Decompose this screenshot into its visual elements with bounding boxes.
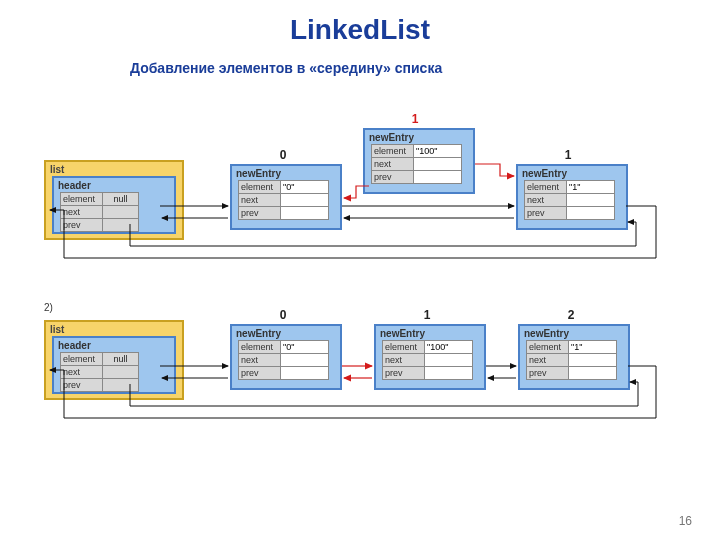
header-label: header <box>54 338 174 353</box>
d1-header-box: header elementnull next prev <box>52 176 176 234</box>
d2-node0-table: element"0" next prev <box>238 340 329 380</box>
field-prev: prev <box>61 219 103 232</box>
d2-node0-box: newEntry element"0" next prev <box>230 324 342 390</box>
page-number: 16 <box>679 514 692 528</box>
entry-label: newEntry <box>518 166 626 181</box>
d1-node0-value: "0" <box>281 181 329 194</box>
d2-node1-table: element"100" next prev <box>382 340 473 380</box>
entry-label: newEntry <box>232 326 340 341</box>
d1-node1-table: element"1" next prev <box>524 180 615 220</box>
d1-insert-table: element"100" next prev <box>371 144 462 184</box>
entry-label: newEntry <box>232 166 340 181</box>
d1-insert-box: newEntry element"100" next prev <box>363 128 475 194</box>
d1-insert-index: 1 <box>395 112 435 126</box>
d2-node2-table: element"1" next prev <box>526 340 617 380</box>
header-label: header <box>54 178 174 193</box>
page-title: LinkedList <box>0 14 720 46</box>
d2-header-box: header elementnull next prev <box>52 336 176 394</box>
d2-node0-index: 0 <box>263 308 303 322</box>
d2-node0-value: "0" <box>281 341 329 354</box>
d2-node2-value: "1" <box>569 341 617 354</box>
d1-node0-box: newEntry element"0" next prev <box>230 164 342 230</box>
d2-header-table: elementnull next prev <box>60 352 139 392</box>
entry-label: newEntry <box>520 326 628 341</box>
d1-node0-index: 0 <box>263 148 303 162</box>
d1-header-table: elementnull next prev <box>60 192 139 232</box>
entry-label: newEntry <box>365 130 473 145</box>
d2-node2-index: 2 <box>551 308 591 322</box>
header-null: null <box>103 193 139 206</box>
d1-node1-box: newEntry element"1" next prev <box>516 164 628 230</box>
page-subtitle: Добавление элементов в «середину» списка <box>130 60 720 76</box>
d1-list-box: list header elementnull next prev <box>44 160 184 240</box>
d2-node1-box: newEntry element"100" next prev <box>374 324 486 390</box>
entry-label: newEntry <box>376 326 484 341</box>
d2-node1-index: 1 <box>407 308 447 322</box>
d2-node2-box: newEntry element"1" next prev <box>518 324 630 390</box>
list-label: list <box>46 162 182 175</box>
field-next: next <box>61 206 103 219</box>
header-null: null <box>103 353 139 366</box>
d1-node1-value: "1" <box>567 181 615 194</box>
d1-node0-table: element"0" next prev <box>238 180 329 220</box>
d2-node1-value: "100" <box>425 341 473 354</box>
d1-node1-index: 1 <box>548 148 588 162</box>
field-element: element <box>61 193 103 206</box>
list-label: list <box>46 322 182 335</box>
d2-list-box: list header elementnull next prev <box>44 320 184 400</box>
step2-label: 2) <box>44 302 53 313</box>
d1-insert-value: "100" <box>414 145 462 158</box>
